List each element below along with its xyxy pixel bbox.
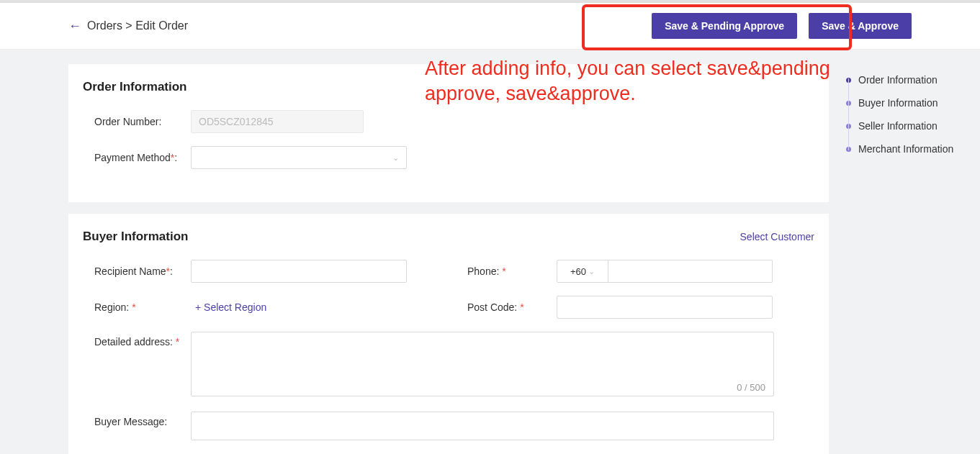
phone-label: Phone: * <box>456 265 557 277</box>
save-pending-approve-button[interactable]: Save & Pending Approve <box>652 13 797 39</box>
recipient-name-input[interactable] <box>191 260 407 283</box>
back-arrow-icon[interactable]: ← <box>68 19 81 34</box>
anchor-buyer-information[interactable]: Buyer Information <box>846 91 976 114</box>
buyer-message-input[interactable] <box>191 412 774 440</box>
postcode-label: Post Code: * <box>456 301 557 313</box>
order-info-title: Order Information <box>83 80 187 94</box>
anchor-merchant-information[interactable]: Merchant Information <box>846 137 976 160</box>
order-number-field: OD5SCZ012845 <box>191 110 364 133</box>
payment-method-select[interactable]: ⌄ <box>191 146 407 169</box>
payment-method-label: Payment Method*: <box>83 152 191 163</box>
anchor-order-information[interactable]: Order Information <box>846 68 976 91</box>
detailed-address-label: Detailed address: * <box>83 332 191 348</box>
postcode-input[interactable] <box>557 296 773 319</box>
breadcrumb-current: Edit Order <box>135 19 188 32</box>
buyer-information-card: Buyer Information Select Customer Recipi… <box>68 214 829 454</box>
buyer-info-title: Buyer Information <box>83 230 188 244</box>
region-label: Region: * <box>83 301 191 313</box>
buyer-message-label: Buyer Message: <box>83 412 191 427</box>
page-header: ← Orders > Edit Order Save & Pending App… <box>0 3 980 50</box>
detailed-address-input[interactable] <box>191 332 774 396</box>
anchor-line <box>848 78 849 150</box>
anchor-nav: Order Information Buyer Information Sell… <box>846 64 976 160</box>
breadcrumb-root[interactable]: Orders <box>87 19 122 32</box>
anchor-label: Seller Information <box>858 120 938 132</box>
breadcrumb-sep: > <box>125 19 132 32</box>
anchor-label: Buyer Information <box>858 97 938 109</box>
select-region-link[interactable]: + Select Region <box>191 301 266 313</box>
chevron-down-icon: ⌄ <box>588 267 595 276</box>
recipient-name-label: Recipient Name*: <box>83 265 191 277</box>
select-customer-link[interactable]: Select Customer <box>740 231 814 242</box>
order-number-label: Order Number: <box>83 116 191 127</box>
address-char-count: 0 / 500 <box>737 382 765 393</box>
chevron-down-icon: ⌄ <box>392 153 399 163</box>
order-information-card: Order Information Order Number: OD5SCZ01… <box>68 64 829 202</box>
phone-prefix-select[interactable]: +60 ⌄ <box>557 260 608 283</box>
anchor-seller-information[interactable]: Seller Information <box>846 114 976 137</box>
phone-input[interactable] <box>608 260 773 283</box>
anchor-label: Merchant Information <box>858 143 953 155</box>
anchor-label: Order Information <box>858 74 938 86</box>
breadcrumb: Orders > Edit Order <box>87 19 188 32</box>
save-approve-button[interactable]: Save & Approve <box>809 13 912 39</box>
